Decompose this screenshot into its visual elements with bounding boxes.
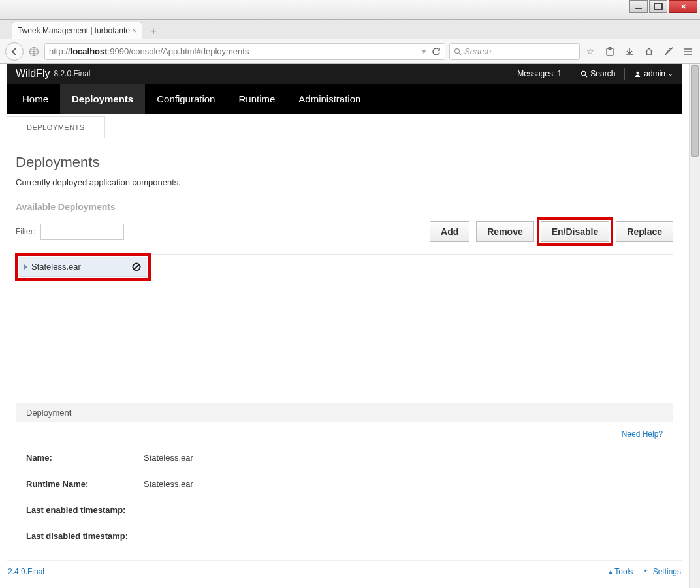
svg-point-1: [455, 48, 460, 53]
wildfly-brand: WildFly: [16, 68, 50, 80]
url-host: localhost: [71, 46, 108, 56]
main-nav: Home Deployments Configuration Runtime A…: [7, 84, 682, 114]
menu-icon[interactable]: [682, 45, 695, 58]
browser-search-input[interactable]: Search: [449, 43, 580, 60]
nav-deployments[interactable]: Deployments: [60, 84, 145, 114]
breadcrumb: Deployment: [16, 403, 673, 422]
prop-row-runtime-name: Runtime Name:Stateless.ear: [26, 471, 663, 497]
en-disable-button[interactable]: En/Disable: [541, 221, 610, 242]
downloads-icon[interactable]: [623, 45, 636, 58]
tools-link[interactable]: ▴ Tools: [609, 567, 633, 576]
clipboard-icon[interactable]: [603, 45, 616, 58]
vertical-scrollbar[interactable]: [689, 64, 700, 588]
nav-configuration[interactable]: Configuration: [145, 84, 227, 114]
back-button[interactable]: [5, 42, 24, 61]
browser-tab[interactable]: Tweek Management | turbotante ×: [12, 22, 142, 39]
page-description: Currently deployed application component…: [16, 178, 673, 187]
breadcrumb-label: Deployment: [26, 408, 71, 418]
settings-link[interactable]: Settings: [643, 567, 681, 576]
wrench-icon: [643, 567, 650, 574]
subtab-deployments[interactable]: DEPLOYMENTS: [7, 116, 105, 138]
need-help-link[interactable]: Need Help?: [622, 429, 663, 439]
wildfly-version: 8.2.0.Final: [54, 69, 90, 78]
page-title: Deployments: [16, 154, 673, 171]
wildfly-topbar: WildFly 8.2.0.Final Messages: 1 Search a…: [7, 64, 682, 84]
scrollbar-thumb[interactable]: [691, 65, 699, 157]
footer: 2.4.9.Final ▴ Tools Settings: [7, 560, 682, 583]
deployment-item-stateless[interactable]: Stateless.ear: [19, 257, 147, 277]
footer-version: 2.4.9.Final: [8, 567, 44, 576]
separator: [571, 68, 571, 80]
browser-tabstrip: Tweek Management | turbotante × +: [0, 20, 700, 39]
search-icon: [454, 48, 462, 55]
window-minimize-button[interactable]: [629, 0, 648, 13]
window-close-button[interactable]: [669, 0, 697, 13]
properties-table: Name:Stateless.ear Runtime Name:Stateles…: [16, 445, 673, 549]
search-icon: [581, 70, 588, 78]
new-tab-button[interactable]: +: [146, 24, 161, 39]
deployment-tree: Stateless.ear: [16, 255, 150, 384]
user-icon: [634, 70, 641, 78]
section-title: Available Deployments: [16, 202, 673, 212]
deployment-item-label: Stateless.ear: [31, 262, 81, 271]
home-icon[interactable]: [643, 45, 656, 58]
bookmark-star-icon[interactable]: ☆: [584, 45, 597, 58]
replace-button[interactable]: Replace: [616, 221, 673, 242]
prop-row-last-enabled: Last enabled timestamp:: [26, 497, 663, 523]
address-bar[interactable]: http://localhost:9990/console/App.html#d…: [44, 43, 445, 60]
prop-row-name: Name:Stateless.ear: [26, 445, 663, 471]
remove-button[interactable]: Remove: [476, 221, 533, 242]
url-path: :9990/console/App.html#deployments: [108, 46, 249, 56]
svg-point-4: [582, 71, 586, 75]
nav-administration[interactable]: Administration: [287, 84, 372, 114]
browser-tab-title: Tweek Management | turbotante: [18, 26, 130, 35]
filter-label: Filter:: [16, 227, 35, 236]
content-viewport: WildFly 8.2.0.Final Messages: 1 Search a…: [0, 64, 700, 588]
arrow-left-icon: [10, 48, 18, 55]
globe-icon: [27, 45, 40, 58]
browser-toolbar: http://localhost:9990/console/App.html#d…: [0, 39, 700, 64]
window-maximize-button[interactable]: [649, 0, 667, 13]
nav-home[interactable]: Home: [10, 84, 60, 114]
nav-runtime[interactable]: Runtime: [227, 84, 287, 114]
search-placeholder: Search: [464, 46, 491, 56]
reload-icon[interactable]: [432, 47, 441, 56]
caret-right-icon: [24, 264, 27, 270]
user-menu[interactable]: admin ⌄: [634, 69, 673, 78]
svg-point-5: [637, 71, 639, 74]
dropdown-icon[interactable]: ▾: [422, 46, 426, 56]
messages-indicator[interactable]: Messages: 1: [517, 69, 562, 78]
add-button[interactable]: Add: [430, 221, 469, 242]
send-icon[interactable]: [662, 45, 675, 58]
deployment-detail-empty: [150, 255, 673, 384]
prop-row-last-disabled: Last disabled timestamp:: [26, 523, 663, 549]
deployment-split: Stateless.ear: [16, 254, 673, 384]
separator: [624, 68, 625, 80]
chevron-down-icon: ⌄: [668, 70, 673, 77]
filter-input[interactable]: [40, 224, 124, 240]
tab-close-icon[interactable]: ×: [132, 26, 136, 35]
subtab-bar: DEPLOYMENTS: [7, 114, 682, 138]
header-search-link[interactable]: Search: [581, 69, 615, 78]
disabled-icon: [131, 262, 142, 272]
url-scheme: http://: [49, 46, 71, 56]
os-window-chrome: [0, 0, 700, 20]
